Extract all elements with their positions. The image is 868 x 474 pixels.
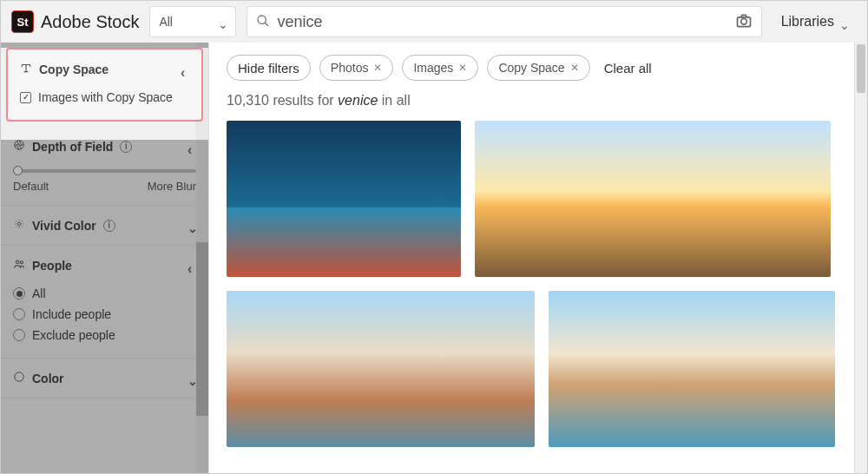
results-count-suffix: in all: [382, 93, 411, 108]
brand-name: Adobe Stock: [41, 12, 139, 32]
text-icon: [20, 62, 32, 76]
info-icon[interactable]: i: [103, 220, 115, 232]
camera-icon[interactable]: [735, 12, 753, 32]
results-term: venice: [338, 93, 378, 108]
filter-chip-row: Hide filters Photos ✕ Images ✕ Copy Spac…: [227, 55, 850, 81]
results-count-prefix: results for: [273, 93, 333, 108]
chevron-down-icon: [218, 17, 227, 26]
results-count-number: 10,310: [227, 93, 269, 108]
radio-icon: [13, 287, 25, 300]
slider-label-more-blur: More Blur: [148, 180, 196, 193]
scrollbar-thumb[interactable]: [857, 44, 865, 93]
chevron-down-icon[interactable]: [187, 374, 196, 383]
people-options: All Include people Exclude people: [13, 283, 196, 346]
libraries-dropdown[interactable]: Libraries: [773, 6, 857, 37]
main-body: Copy Space Images with Copy Space: [1, 43, 867, 474]
search-bar[interactable]: [247, 6, 761, 37]
radio-icon: [13, 308, 25, 320]
filters-sidebar: Copy Space Images with Copy Space: [1, 43, 209, 474]
result-thumbnail[interactable]: [227, 121, 461, 277]
filter-chip-copy-space[interactable]: Copy Space ✕: [487, 55, 589, 81]
people-option-label: Exclude people: [32, 328, 115, 342]
svg-point-3: [740, 18, 746, 24]
filter-chip-label: Photos: [331, 61, 369, 75]
aperture-icon: [13, 139, 25, 154]
results-pane: Hide filters Photos ✕ Images ✕ Copy Spac…: [209, 43, 867, 474]
result-thumbnail[interactable]: [549, 291, 835, 447]
results-grid: [227, 121, 850, 447]
people-option-label: Include people: [32, 307, 111, 321]
close-icon[interactable]: ✕: [570, 62, 579, 74]
people-title: People: [32, 259, 72, 273]
svg-point-7: [20, 261, 23, 264]
chevron-down-icon: [839, 17, 848, 26]
people-option-all[interactable]: All: [13, 283, 196, 304]
chevron-left-icon[interactable]: [187, 142, 196, 151]
vivid-icon: [13, 218, 25, 233]
filter-section-vivid: Vivid Color i: [1, 206, 208, 246]
brand: St Adobe Stock: [11, 10, 139, 33]
checkbox-icon: [20, 92, 31, 103]
hide-filters-label: Hide filters: [238, 61, 299, 76]
close-icon[interactable]: ✕: [373, 62, 382, 74]
copy-space-checkbox[interactable]: Images with Copy Space: [20, 87, 189, 108]
copy-space-title: Copy Space: [39, 63, 108, 76]
chevron-left-icon[interactable]: [187, 261, 196, 270]
close-icon[interactable]: ✕: [458, 62, 467, 74]
depth-slider[interactable]: [13, 169, 196, 173]
radio-icon: [13, 329, 25, 341]
filter-chip-photos[interactable]: Photos ✕: [319, 55, 394, 81]
result-thumbnail[interactable]: [227, 291, 535, 447]
hide-filters-chip[interactable]: Hide filters: [227, 55, 311, 81]
slider-handle[interactable]: [13, 166, 23, 175]
info-icon[interactable]: i: [120, 141, 132, 153]
svg-point-6: [16, 260, 20, 264]
people-option-exclude[interactable]: Exclude people: [13, 325, 196, 346]
filter-section-people: People All Include people Exclude people: [1, 246, 208, 359]
search-input[interactable]: [277, 13, 727, 31]
color-icon: [13, 371, 25, 385]
svg-point-0: [258, 16, 266, 23]
copy-space-checkbox-label: Images with Copy Space: [38, 90, 173, 104]
chevron-left-icon[interactable]: [181, 65, 189, 74]
window-scrollbar[interactable]: [854, 43, 867, 474]
people-icon: [13, 258, 25, 273]
color-title: Color: [32, 372, 64, 385]
vivid-title: Vivid Color: [32, 219, 96, 233]
scrollbar-thumb[interactable]: [196, 242, 208, 416]
depth-title: Depth of Field: [32, 140, 113, 154]
category-select[interactable]: All: [149, 6, 236, 37]
people-option-label: All: [32, 286, 46, 300]
slider-label-default: Default: [13, 180, 49, 193]
filter-chip-images[interactable]: Images ✕: [402, 55, 478, 81]
brand-logo: St: [11, 10, 34, 33]
chevron-down-icon[interactable]: [187, 221, 196, 230]
people-option-include[interactable]: Include people: [13, 304, 196, 325]
svg-line-1: [265, 23, 268, 26]
filter-section-copy-space: Copy Space Images with Copy Space: [6, 48, 203, 122]
top-header: St Adobe Stock All Libraries: [1, 1, 867, 43]
svg-point-8: [15, 372, 24, 382]
search-icon: [256, 14, 270, 30]
filter-section-depth: Depth of Field i Default More Blur: [1, 127, 208, 206]
filter-chip-label: Images: [413, 61, 453, 75]
svg-point-5: [17, 222, 21, 226]
filter-chip-label: Copy Space: [498, 61, 564, 75]
clear-all-link[interactable]: Clear all: [604, 61, 652, 76]
results-count: 10,310 results for venice in all: [227, 93, 850, 109]
category-select-label: All: [159, 15, 173, 29]
filter-section-color: Color: [1, 359, 208, 398]
result-thumbnail[interactable]: [475, 121, 831, 277]
libraries-label: Libraries: [781, 14, 834, 30]
